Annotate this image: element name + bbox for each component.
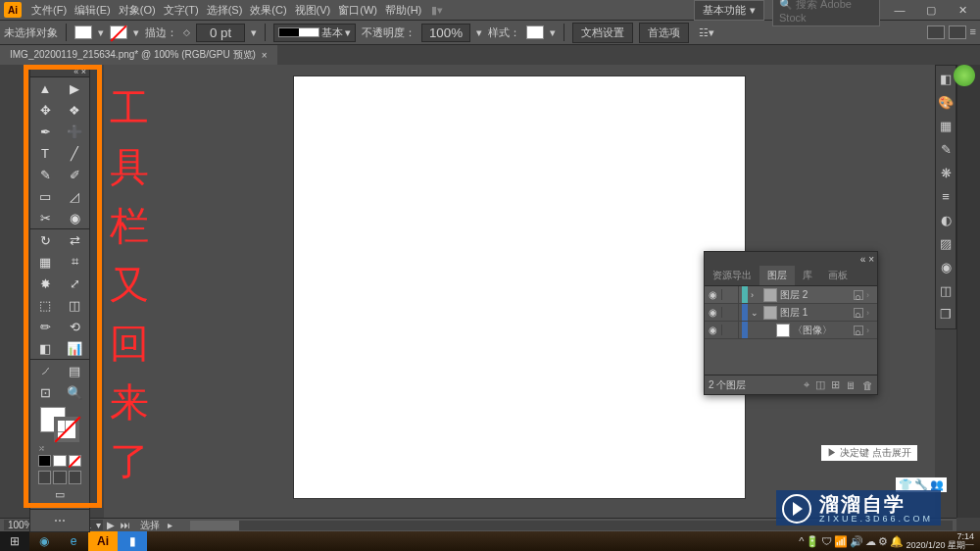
tool-button[interactable]: ◧: [30, 337, 60, 359]
gradient-panel-icon[interactable]: ◐: [938, 213, 954, 228]
tool-button[interactable]: ✎: [30, 164, 60, 185]
menu-item[interactable]: 选择(S): [203, 1, 247, 20]
menu-item[interactable]: 文字(T): [160, 1, 203, 20]
arrange-icon[interactable]: [949, 25, 966, 39]
graphic-style-swatch[interactable]: [526, 25, 544, 39]
menu-item[interactable]: 编辑(E): [71, 1, 115, 20]
tool-button[interactable]: ❖: [60, 99, 89, 121]
stock-search-input[interactable]: 🔍 搜索 Adobe Stock: [772, 0, 880, 26]
tool-button[interactable]: ⇄: [60, 229, 89, 251]
lock-toggle[interactable]: [725, 322, 739, 338]
swatch-dd-icon[interactable]: ▾: [98, 26, 104, 39]
tool-button[interactable]: ✥: [30, 99, 60, 121]
tool-button[interactable]: ▲: [30, 77, 60, 99]
target-indicator[interactable]: ○: [854, 326, 863, 335]
visibility-toggle[interactable]: ◉: [705, 325, 722, 335]
delete-layer-icon[interactable]: 🗑: [862, 379, 873, 391]
menu-item[interactable]: 对象(O): [115, 1, 160, 20]
tool-button[interactable]: ◫: [60, 294, 89, 316]
menu-item[interactable]: 效果(C): [246, 1, 290, 20]
preferences-button[interactable]: 首选项: [639, 23, 689, 43]
tool-button[interactable]: ✐: [60, 164, 89, 185]
layers-panel-icon[interactable]: ❐: [938, 307, 954, 323]
tool-button[interactable]: ✏: [30, 316, 60, 337]
fill-stroke-control[interactable]: [40, 407, 79, 442]
panel-collapse-button[interactable]: « ×: [30, 66, 89, 77]
taskbar-app-ie[interactable]: e: [59, 531, 88, 551]
expand-toggle[interactable]: ›: [751, 290, 760, 300]
system-tray[interactable]: ^🔋🛡📶🔊☁⚙🔔: [799, 535, 904, 548]
workspace-switcher[interactable]: 基本功能 ▾: [694, 0, 764, 21]
tool-button[interactable]: ✒: [30, 121, 60, 142]
expand-toggle[interactable]: ⌄: [751, 308, 760, 318]
brushes-panel-icon[interactable]: ✎: [938, 142, 954, 158]
swatches-panel-icon[interactable]: ▦: [938, 119, 954, 134]
layer-name[interactable]: 〈图像〉: [793, 324, 851, 337]
close-tab-button[interactable]: ×: [262, 50, 268, 61]
tool-button[interactable]: ↻: [30, 229, 60, 251]
screen-mode-button[interactable]: ▭: [34, 488, 85, 505]
document-setup-button[interactable]: 文档设置: [572, 23, 633, 43]
transparency-panel-icon[interactable]: ▨: [938, 236, 954, 252]
tool-button[interactable]: ⟋: [30, 360, 60, 381]
tool-button[interactable]: ✸: [30, 273, 60, 294]
menu-item[interactable]: 文件(F): [27, 1, 71, 20]
menu-item[interactable]: 窗口(W): [334, 1, 381, 20]
create-sublayer-icon[interactable]: ⊞: [831, 378, 840, 391]
panel-tab[interactable]: 画板: [820, 266, 856, 285]
lock-toggle[interactable]: [725, 286, 739, 303]
minimize-button[interactable]: —: [888, 4, 911, 16]
tool-button[interactable]: ◿: [60, 185, 89, 207]
stroke-panel-icon[interactable]: ≡: [938, 189, 954, 205]
visibility-toggle[interactable]: ◉: [705, 289, 722, 300]
appearance-panel-icon[interactable]: ◉: [938, 260, 954, 276]
make-clipping-mask-icon[interactable]: ◫: [815, 378, 825, 391]
stroke-weight-input[interactable]: [196, 24, 245, 42]
color-panel-icon[interactable]: 🎨: [938, 95, 954, 111]
lock-toggle[interactable]: [725, 304, 739, 321]
tool-button[interactable]: ⤢: [60, 273, 89, 294]
tool-button[interactable]: ▦: [30, 251, 60, 273]
last-artboard-button[interactable]: ⏭: [119, 520, 132, 530]
maximize-button[interactable]: ▢: [919, 4, 943, 17]
menu-item[interactable]: 视图(V): [291, 1, 335, 20]
none-mode-button[interactable]: [69, 455, 81, 467]
graphic-styles-panel-icon[interactable]: ◫: [938, 283, 954, 299]
stroke-swatch[interactable]: [110, 25, 127, 39]
tool-button[interactable]: ◉: [60, 207, 89, 228]
taskbar-app-illustrator[interactable]: Ai: [88, 531, 118, 551]
edit-toolbar-button[interactable]: ⋯: [30, 509, 89, 531]
symbols-panel-icon[interactable]: ❋: [938, 166, 954, 181]
arrange-icon[interactable]: [927, 25, 945, 39]
tool-button[interactable]: ▤: [60, 360, 89, 381]
next-artboard-button[interactable]: ▶: [105, 520, 117, 530]
layer-row[interactable]: ◉〈图像〉○›: [705, 322, 877, 339]
taskbar-app[interactable]: ◉: [29, 531, 59, 551]
stroke-dd-icon[interactable]: ▾: [251, 26, 257, 39]
layer-name[interactable]: 图层 1: [780, 306, 851, 320]
tool-button[interactable]: ✂: [30, 207, 60, 228]
fill-swatch[interactable]: [74, 25, 92, 39]
tool-button[interactable]: ╱: [60, 142, 89, 164]
panel-tab[interactable]: 库: [795, 266, 820, 285]
layer-row[interactable]: ◉›图层 2○›: [705, 286, 877, 304]
swap-icon[interactable]: ⤭: [38, 444, 45, 453]
artboard[interactable]: [294, 76, 745, 498]
tool-button[interactable]: T: [30, 142, 60, 164]
panel-tab[interactable]: 图层: [760, 266, 795, 285]
tool-button[interactable]: ⬚: [30, 294, 60, 316]
menu-item[interactable]: 帮助(H): [381, 1, 425, 20]
draw-behind-button[interactable]: [53, 471, 66, 484]
panel-tab[interactable]: 资源导出: [705, 266, 760, 285]
new-layer-icon[interactable]: 🗏: [846, 379, 857, 391]
panel-header[interactable]: « ×: [705, 252, 877, 266]
status-dd-icon[interactable]: ▸: [168, 520, 172, 530]
close-button[interactable]: ✕: [951, 4, 974, 17]
layer-name[interactable]: 图层 2: [780, 288, 851, 302]
document-tab[interactable]: IMG_20200119_215634.png* @ 100% (RGB/GPU…: [0, 45, 277, 65]
draw-inside-button[interactable]: [69, 471, 81, 484]
swatch-dd-icon[interactable]: ▾: [133, 26, 139, 39]
align-icon[interactable]: ☷▾: [699, 26, 714, 39]
draw-normal-button[interactable]: [38, 471, 51, 484]
tool-button[interactable]: 🔍: [60, 381, 89, 403]
